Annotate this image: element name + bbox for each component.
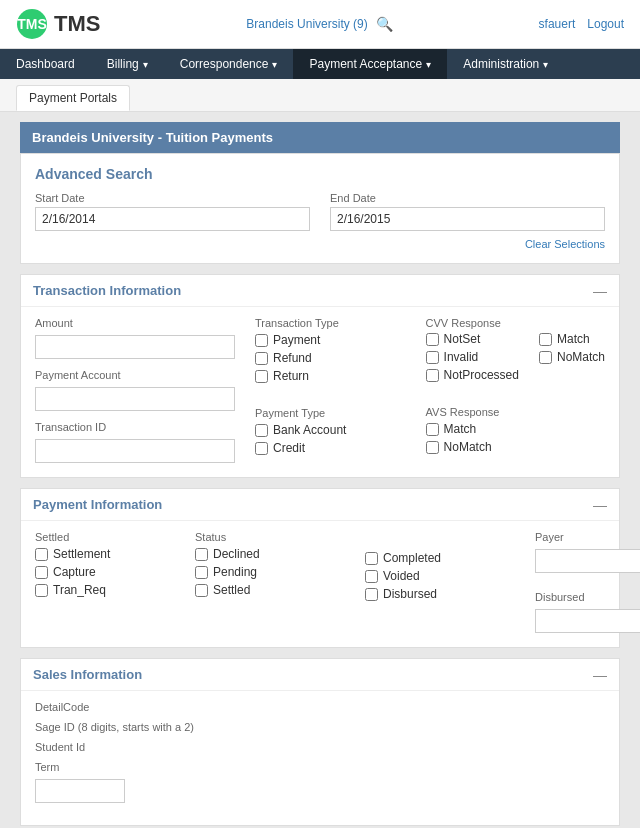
transaction-mid-col: Transaction Type Payment Refund Return P… [255, 317, 406, 463]
avs-match[interactable]: Match [426, 422, 605, 436]
advanced-search-body: Advanced Search Start Date End Date Clea… [21, 154, 619, 263]
cvv-col1: NotSet Invalid NotProcessed [426, 332, 519, 386]
university-link[interactable]: Brandeis University (9) [246, 17, 367, 31]
payment-grid: Settled Settlement Capture Tran_Req Stat… [35, 531, 605, 633]
sage-id-field: Sage ID (8 digits, starts with a 2) [35, 721, 605, 733]
status-disbursed[interactable]: Disbursed [365, 587, 525, 601]
top-center: Brandeis University (9) 🔍 [246, 16, 392, 32]
term-input[interactable] [35, 779, 125, 803]
cvv-response-group: CVV Response NotSet Invalid NotProcessed… [426, 317, 605, 386]
transaction-type-refund[interactable]: Refund [255, 351, 406, 365]
avs-response-label: AVS Response [426, 406, 605, 418]
user-link[interactable]: sfauert [539, 17, 576, 31]
page-header: Brandeis University - Tuition Payments [20, 122, 620, 153]
cvv-invalid[interactable]: Invalid [426, 350, 519, 364]
payment-info-body: Settled Settlement Capture Tran_Req Stat… [21, 521, 619, 647]
transaction-id-input[interactable] [35, 439, 235, 463]
nav-item-billing[interactable]: Billing ▾ [91, 49, 164, 79]
end-date-field: End Date [330, 192, 605, 231]
payment-title-bar: Payment Information — [21, 489, 619, 521]
status-voided[interactable]: Voided [365, 569, 525, 583]
settled-settlement[interactable]: Settlement [35, 547, 185, 561]
billing-dropdown-arrow: ▾ [143, 59, 148, 70]
cvv-notset[interactable]: NotSet [426, 332, 519, 346]
transaction-type-label: Transaction Type [255, 317, 406, 329]
search-icon[interactable]: 🔍 [376, 16, 393, 32]
status-completed[interactable]: Completed [365, 551, 525, 565]
avs-nomatch[interactable]: NoMatch [426, 440, 605, 454]
svg-text:TMS: TMS [17, 16, 47, 32]
term-label: Term [35, 761, 605, 773]
cvv-checkboxes: NotSet Invalid NotProcessed Match NoMatc… [426, 332, 605, 386]
payer-input[interactable] [535, 549, 640, 573]
status-col1-checkboxes: Declined Pending Settled [195, 547, 355, 597]
tab-bar: Payment Portals [0, 79, 640, 112]
end-date-input[interactable] [330, 207, 605, 231]
cvv-nomatch[interactable]: NoMatch [539, 350, 605, 364]
payment-type-label: Payment Type [255, 407, 406, 419]
disbursed-label: Disbursed [535, 591, 640, 603]
transaction-type-return[interactable]: Return [255, 369, 406, 383]
payment-type-credit[interactable]: Credit [255, 441, 406, 455]
transaction-info-title: Transaction Information [33, 283, 181, 298]
nav-item-administration[interactable]: Administration ▾ [447, 49, 564, 79]
cvv-notprocessed[interactable]: NotProcessed [426, 368, 519, 382]
logo-area: TMS TMS [16, 8, 100, 40]
nav-item-correspondence[interactable]: Correspondence ▾ [164, 49, 294, 79]
top-right-links: sfauert Logout [539, 17, 624, 31]
disbursed-input[interactable] [535, 609, 640, 633]
clear-link-wrap: Clear Selections [35, 237, 605, 251]
nav-bar: Dashboard Billing ▾ Correspondence ▾ Pay… [0, 49, 640, 79]
transaction-id-group: Transaction ID [35, 421, 235, 463]
payment-type-group: Payment Type Bank Account Credit [255, 407, 406, 459]
nav-item-payment-acceptance[interactable]: Payment Acceptance ▾ [293, 49, 447, 79]
status-pending[interactable]: Pending [195, 565, 355, 579]
payment-info-title: Payment Information [33, 497, 162, 512]
sales-collapse-btn[interactable]: — [593, 668, 607, 682]
settled-tran-req[interactable]: Tran_Req [35, 583, 185, 597]
settled-capture[interactable]: Capture [35, 565, 185, 579]
sage-id-label: Sage ID (8 digits, starts with a 2) [35, 721, 605, 733]
payer-label: Payer [535, 531, 640, 543]
status-col2-group: Completed Voided Disbursed [365, 531, 525, 633]
transaction-type-payment[interactable]: Payment [255, 333, 406, 347]
transaction-info-body: Amount Payment Account Transaction ID [21, 307, 619, 477]
transaction-title-bar: Transaction Information — [21, 275, 619, 307]
payment-type-checkboxes: Bank Account Credit [255, 423, 406, 455]
start-date-input[interactable] [35, 207, 310, 231]
logout-link[interactable]: Logout [587, 17, 624, 31]
clear-selections-link[interactable]: Clear Selections [525, 238, 605, 250]
tab-payment-portals[interactable]: Payment Portals [16, 85, 130, 111]
transaction-collapse-btn[interactable]: — [593, 284, 607, 298]
avs-checkboxes: Match NoMatch [426, 422, 605, 454]
status-declined[interactable]: Declined [195, 547, 355, 561]
status-settled[interactable]: Settled [195, 583, 355, 597]
term-field: Term [35, 761, 605, 803]
payment-account-input[interactable] [35, 387, 235, 411]
cvv-match[interactable]: Match [539, 332, 605, 346]
amount-label: Amount [35, 317, 235, 329]
payment-info-card: Payment Information — Settled Settlement… [20, 488, 620, 648]
payment-type-bank[interactable]: Bank Account [255, 423, 406, 437]
start-date-field: Start Date [35, 192, 310, 231]
student-id-label: Student Id [35, 741, 605, 753]
start-date-label: Start Date [35, 192, 310, 204]
sales-info-body: DetailCode Sage ID (8 digits, starts wit… [21, 691, 619, 825]
nav-item-dashboard[interactable]: Dashboard [0, 49, 91, 79]
payment-collapse-btn[interactable]: — [593, 498, 607, 512]
page-container: Brandeis University - Tuition Payments A… [0, 112, 640, 828]
end-date-label: End Date [330, 192, 605, 204]
transaction-id-label: Transaction ID [35, 421, 235, 433]
tms-logo-icon: TMS [16, 8, 48, 40]
settled-checkboxes: Settlement Capture Tran_Req [35, 547, 185, 597]
payment-acceptance-dropdown-arrow: ▾ [426, 59, 431, 70]
advanced-search-title: Advanced Search [35, 166, 605, 182]
detail-code-field: DetailCode [35, 701, 605, 713]
avs-response-group: AVS Response Match NoMatch [426, 406, 605, 458]
sales-info-title: Sales Information [33, 667, 142, 682]
cvv-col2: Match NoMatch [539, 332, 605, 386]
sales-title-bar: Sales Information — [21, 659, 619, 691]
payment-account-group: Payment Account [35, 369, 235, 411]
cvv-response-label: CVV Response [426, 317, 605, 329]
amount-input[interactable] [35, 335, 235, 359]
